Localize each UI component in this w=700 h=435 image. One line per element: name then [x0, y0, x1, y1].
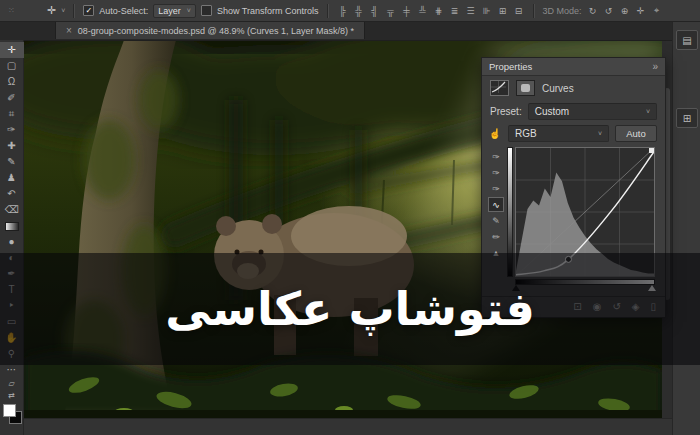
3d-drag-icon[interactable]: ⊕ — [619, 6, 631, 16]
channel-dropdown[interactable]: RGB ˅ — [508, 125, 609, 142]
default-colors-icon[interactable]: ▱ — [0, 378, 24, 390]
adjustments-panel-icon[interactable]: ⊞ — [676, 108, 698, 128]
targeted-adjustment-icon[interactable]: ☝ — [488, 128, 502, 139]
title-overlay-band: فتوشاپ عکاسی — [0, 253, 700, 365]
distribute-top-edges-icon[interactable]: ⋕ — [433, 6, 445, 16]
edit-points-button[interactable]: ∿ — [488, 197, 504, 212]
align-right-edges-icon[interactable]: ╣ — [369, 6, 381, 16]
close-tab-icon[interactable]: × — [66, 25, 72, 36]
divider — [73, 4, 75, 18]
black-point-eyedropper[interactable]: ✑ — [488, 149, 504, 164]
crop-tool[interactable]: ⌗ — [0, 106, 24, 122]
auto-select-label: Auto-Select: — [99, 6, 148, 16]
white-point-eyedropper[interactable]: ✑ — [488, 181, 504, 196]
color-swatches — [0, 403, 24, 429]
collapse-panel-icon[interactable]: » — [652, 61, 658, 72]
curve-control-point[interactable] — [649, 148, 654, 153]
document-tab-bar: × 08-group-composite-modes.psd @ 48.9% (… — [0, 22, 672, 41]
distribute-spacing-icon[interactable]: ⊟ — [513, 6, 525, 16]
properties-panel-title: Properties — [489, 61, 532, 72]
gradient-tool[interactable] — [0, 218, 24, 234]
show-transform-label: Show Transform Controls — [217, 6, 319, 16]
3d-scale-icon[interactable]: ⌖ — [651, 5, 663, 16]
3d-rotate-icon[interactable]: ↻ — [587, 6, 599, 16]
libraries-panel-icon[interactable]: ▤ — [676, 30, 698, 50]
eyedropper-tool[interactable]: ✑ — [0, 122, 24, 138]
foreground-color-swatch[interactable] — [3, 404, 16, 417]
auto-select-target-value: Layer — [158, 6, 181, 16]
auto-select-target-dropdown[interactable]: Layer ˅ — [153, 4, 196, 18]
status-bar — [24, 418, 672, 435]
tool-preset-chevron-icon[interactable]: ˅ — [61, 7, 65, 14]
align-bottom-edges-icon[interactable]: ╩ — [417, 6, 429, 16]
smooth-curve-button[interactable]: ✏ — [488, 229, 504, 244]
eraser-tool[interactable]: ⌫ — [0, 202, 24, 218]
3d-mode-icons-group: ↻↺⊕✛⌖ — [587, 5, 663, 16]
photoshop-window: ⁙ ✛ ˅ ✓ Auto-Select: Layer ˅ Show Transf… — [0, 0, 700, 435]
3d-mode-label: 3D Mode: — [543, 6, 582, 16]
blur-tool[interactable]: ● — [0, 234, 24, 250]
options-bar: ⁙ ✛ ˅ ✓ Auto-Select: Layer ˅ Show Transf… — [0, 0, 700, 22]
chevron-down-icon: ˅ — [646, 108, 650, 115]
channel-value: RGB — [515, 128, 537, 139]
preset-value: Custom — [535, 106, 569, 117]
align-top-edges-icon[interactable]: ╦ — [385, 6, 397, 16]
marquee-tool[interactable]: ▢ — [0, 58, 24, 74]
chevron-down-icon: ˅ — [598, 130, 602, 137]
show-transform-checkbox[interactable] — [201, 5, 212, 16]
collapsed-panel-dock: ▤⊞ — [672, 22, 700, 435]
swap-colors-icon[interactable]: ⇄ — [0, 390, 24, 402]
auto-button[interactable]: Auto — [615, 125, 657, 142]
move-tool-icon[interactable]: ✛ — [47, 5, 56, 16]
move-tool[interactable]: ✛ — [0, 42, 24, 58]
divider — [533, 4, 535, 18]
align-icons-group: ╠╬╣╦╪╩⋕≣☰⊪⊞⊟ — [337, 6, 525, 16]
layer-mask-thumbnail[interactable] — [516, 80, 535, 96]
3d-slide-icon[interactable]: ✛ — [635, 6, 647, 16]
distribute-horizontal-centers-icon[interactable]: ⊞ — [497, 6, 509, 16]
auto-select-checkbox[interactable]: ✓ — [83, 5, 94, 16]
align-horizontal-centers-icon[interactable]: ╬ — [353, 6, 365, 16]
preset-dropdown[interactable]: Custom ˅ — [528, 103, 657, 120]
draw-curve-pencil-button[interactable]: ✎ — [488, 213, 504, 228]
healing-brush-tool[interactable]: ✚ — [0, 138, 24, 154]
panel-grip-dots: ⁙ — [8, 6, 42, 15]
preset-label: Preset: — [490, 106, 522, 117]
clone-stamp-tool[interactable]: ♟ — [0, 170, 24, 186]
document-tab-title: 08-group-composite-modes.psd @ 48.9% (Cu… — [78, 26, 354, 36]
align-vertical-centers-icon[interactable]: ╪ — [401, 6, 413, 16]
divider — [327, 4, 329, 18]
brush-tool[interactable]: ✎ — [0, 154, 24, 170]
adjustment-name-label: Curves — [542, 83, 574, 94]
quick-selection-tool[interactable]: ✐ — [0, 90, 24, 106]
gray-point-eyedropper[interactable]: ✑ — [488, 165, 504, 180]
distribute-bottom-edges-icon[interactable]: ☰ — [465, 6, 477, 16]
tools-panel: ✛▢Ω✐⌗✑✚✎♟↶⌫●◐✒T‣▭✋⚲⋯ ▱⇄ — [0, 40, 24, 435]
document-tab[interactable]: × 08-group-composite-modes.psd @ 48.9% (… — [55, 22, 365, 39]
align-left-edges-icon[interactable]: ╠ — [337, 6, 349, 16]
lasso-tool[interactable]: Ω — [0, 74, 24, 90]
curves-adjustment-icon — [490, 80, 509, 96]
distribute-vertical-centers-icon[interactable]: ≣ — [449, 6, 461, 16]
chevron-down-icon: ˅ — [187, 7, 191, 14]
3d-roll-icon[interactable]: ↺ — [603, 6, 615, 16]
overlay-title-text: فتوشاپ عکاسی — [165, 282, 535, 336]
distribute-left-edges-icon[interactable]: ⊪ — [481, 6, 493, 16]
history-brush-tool[interactable]: ↶ — [0, 186, 24, 202]
